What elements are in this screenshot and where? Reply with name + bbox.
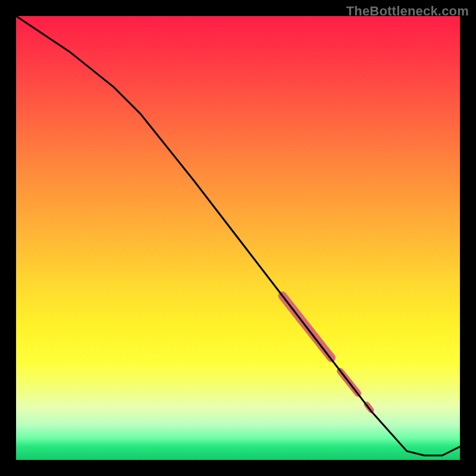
chart-svg [16, 16, 460, 460]
watermark-text: TheBottleneck.com [346, 4, 469, 19]
chart-frame [16, 16, 460, 460]
curve-line [16, 16, 460, 456]
